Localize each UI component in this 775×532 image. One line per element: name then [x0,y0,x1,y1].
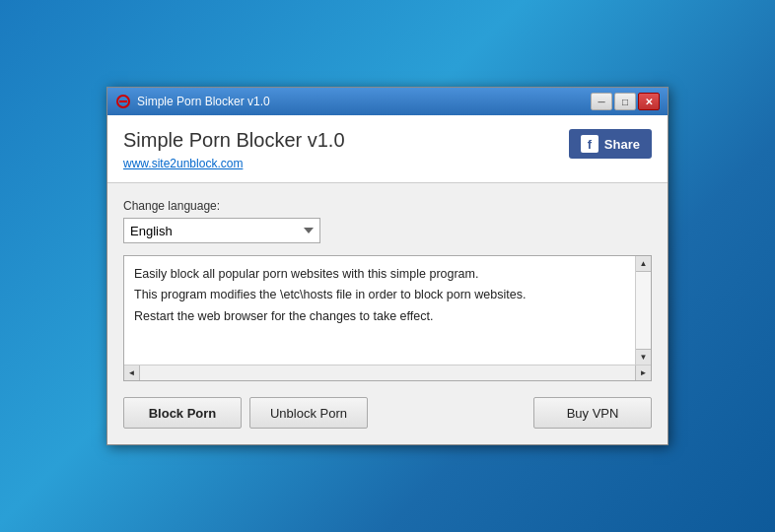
facebook-share-button[interactable]: f Share [569,129,652,159]
window-header: Simple Porn Blocker v1.0 www.site2unbloc… [107,115,668,183]
scroll-right-arrow[interactable]: ► [635,366,651,381]
title-bar: Simple Porn Blocker v1.0 ─ □ ✕ [107,88,668,115]
language-select[interactable]: English Spanish French German Portuguese [123,218,320,243]
scroll-up-arrow[interactable]: ▲ [636,256,651,272]
language-label: Change language: [123,199,652,213]
maximize-button[interactable]: □ [614,93,636,110]
unblock-porn-button[interactable]: Unblock Porn [249,397,368,429]
vertical-scrollbar[interactable]: ▲ ▼ [635,256,651,365]
window-title: Simple Porn Blocker v1.0 [137,95,270,108]
horizontal-scrollbar[interactable]: ◄ ► [124,365,651,380]
title-bar-buttons: ─ □ ✕ [591,93,660,110]
description-inner: Easily block all popular porn websites w… [124,256,651,365]
description-line3: Restart the web browser for the changes … [134,306,625,327]
action-buttons: Block Porn Unblock Porn Buy VPN [123,397,652,429]
buy-vpn-button[interactable]: Buy VPN [533,397,652,429]
window-body: Change language: English Spanish French … [107,183,668,444]
app-title: Simple Porn Blocker v1.0 [123,129,345,152]
facebook-icon: f [581,135,599,153]
block-porn-button[interactable]: Block Porn [123,397,242,429]
scroll-left-arrow[interactable]: ◄ [124,366,140,381]
app-icon [115,94,131,109]
description-line1: Easily block all popular porn websites w… [134,264,625,285]
description-line2: This program modifies the \etc\hosts fil… [134,285,625,305]
language-section: Change language: English Spanish French … [123,199,652,243]
scroll-down-arrow[interactable]: ▼ [636,349,651,365]
scroll-track [636,272,651,349]
minimize-button[interactable]: ─ [591,93,612,110]
share-label: Share [604,137,640,152]
website-link[interactable]: www.site2unblock.com [123,157,243,170]
title-bar-left: Simple Porn Blocker v1.0 [115,94,270,109]
close-button[interactable]: ✕ [638,93,660,110]
main-window: Simple Porn Blocker v1.0 ─ □ ✕ Simple Po… [106,87,669,445]
header-left: Simple Porn Blocker v1.0 www.site2unbloc… [123,129,345,170]
description-area: Easily block all popular porn websites w… [123,255,652,381]
description-text: Easily block all popular porn websites w… [124,256,635,365]
